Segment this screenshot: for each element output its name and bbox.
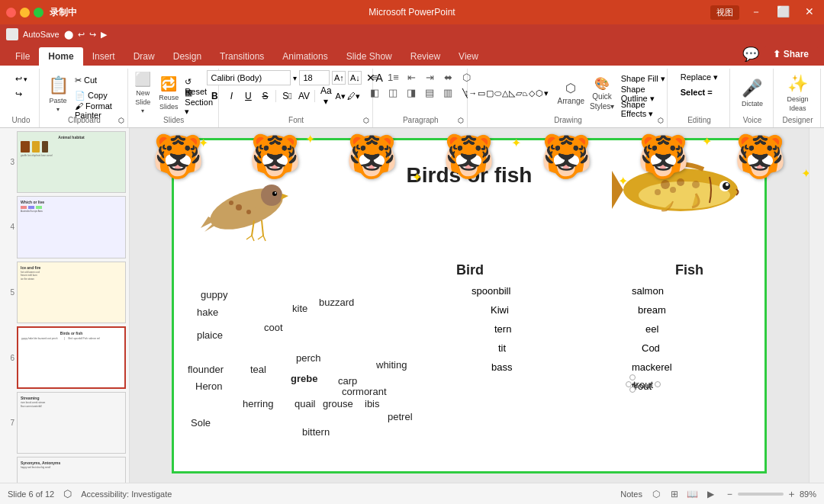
tab-transitions[interactable]: Transitions xyxy=(211,47,273,66)
align-right[interactable]: ◨ xyxy=(403,85,420,99)
tab-review[interactable]: Review xyxy=(401,47,449,66)
columns-button[interactable]: ▥ xyxy=(439,85,456,99)
presentation-view-button[interactable]: ▶ xyxy=(703,486,719,502)
tab-animations[interactable]: Animations xyxy=(273,47,336,66)
traffic-lights[interactable] xyxy=(6,8,43,18)
clipboard-expand[interactable]: ⬡ xyxy=(118,117,124,124)
redo-icon[interactable]: ↪ xyxy=(89,30,96,40)
zoom-out-button[interactable]: － xyxy=(725,487,735,501)
shape-diamond[interactable]: ◇ xyxy=(529,88,535,98)
text-shadow-button[interactable]: S⃞ xyxy=(279,88,295,104)
tab-design[interactable]: Design xyxy=(164,47,211,66)
font-size-increase[interactable]: A↑ xyxy=(332,71,346,85)
arrange-button[interactable]: ⬡ Arrange xyxy=(556,76,585,111)
win-restore[interactable]: ⬜ xyxy=(773,5,793,20)
dictate-button[interactable]: 🎤 Dictate xyxy=(739,73,766,113)
align-left[interactable]: ◧ xyxy=(366,85,383,99)
accessibility-status[interactable]: Accessibility: Investigate xyxy=(81,490,172,499)
comments-icon[interactable]: 💬 xyxy=(742,46,759,63)
slide-thumb-3[interactable]: Animal habitat giraffe lion elephant bea… xyxy=(17,131,126,193)
slide-thumb-8[interactable]: Synonyms, Antonyms happy sad fast slow b… xyxy=(17,457,126,483)
normal-view-button[interactable]: ⬡ xyxy=(649,486,664,502)
font-name-input[interactable] xyxy=(207,70,291,85)
new-slide-button[interactable]: ⬜ New Slide ▾ xyxy=(130,73,155,113)
strikethrough-button[interactable]: S xyxy=(257,88,272,104)
reading-view-button[interactable]: 📖 xyxy=(685,486,700,502)
select-button[interactable]: Select = xyxy=(678,85,720,99)
notes-button[interactable]: Notes xyxy=(620,490,642,499)
drawing-expand[interactable]: ⬡ xyxy=(658,117,664,124)
align-center[interactable]: ◫ xyxy=(385,85,401,99)
shape-tri[interactable]: △ xyxy=(502,88,508,98)
tab-file[interactable]: File xyxy=(6,47,39,66)
numbering-button[interactable]: 1≡ xyxy=(385,70,401,84)
zoom-in-button[interactable]: ＋ xyxy=(787,487,797,501)
autosave-toggle[interactable]: ⬤ xyxy=(64,30,73,40)
handle-top[interactable] xyxy=(629,374,636,380)
slide-thumb-7[interactable]: Streaming river brook creek streamflow c… xyxy=(17,392,126,454)
italic-button[interactable]: I xyxy=(224,88,239,104)
shape-para[interactable]: ▱ xyxy=(516,88,522,98)
tab-home[interactable]: Home xyxy=(39,47,82,66)
shape-rect[interactable]: ▭ xyxy=(478,88,485,98)
tab-view[interactable]: View xyxy=(449,47,488,66)
zoom-level[interactable]: 89% xyxy=(800,490,816,499)
justify[interactable]: ▤ xyxy=(421,85,438,99)
bullets-button[interactable]: ≡ xyxy=(366,70,383,84)
tab-draw[interactable]: Draw xyxy=(124,47,164,66)
quick-styles-button[interactable]: 🎨 Quick Styles▾ xyxy=(588,76,615,111)
replace-button[interactable]: Replace ▾ xyxy=(678,70,720,84)
undo-icon[interactable]: ↩ xyxy=(78,30,85,40)
handle-bottom[interactable] xyxy=(629,387,636,393)
copy-button[interactable]: 📄 Copy xyxy=(72,88,123,102)
decrease-indent[interactable]: ⇤ xyxy=(403,70,420,84)
highlight-button[interactable]: 🖊▾ xyxy=(347,91,360,101)
shape-trap[interactable]: ⏢ xyxy=(523,88,528,98)
redo-button[interactable]: ↪ xyxy=(13,88,30,101)
slide-thumb-6[interactable]: Birds or fish guppy hake kite buzzard co… xyxy=(17,326,126,389)
view-label[interactable]: 视图 xyxy=(710,5,739,20)
slide-thumb-4[interactable]: Which or live Australia Europe Asia xyxy=(17,196,126,258)
minimize-button[interactable] xyxy=(20,8,30,18)
win-close[interactable]: ✕ xyxy=(801,5,818,20)
reuse-slides-button[interactable]: 🔁 Reuse Slides xyxy=(156,73,181,113)
close-button[interactable] xyxy=(6,8,16,18)
shape-effects-button[interactable]: Shape Effects ▾ xyxy=(619,102,674,116)
handle-right[interactable] xyxy=(655,381,661,387)
shape-oval[interactable]: ⬭ xyxy=(494,88,501,98)
font-name-dropdown[interactable]: ▾ xyxy=(293,74,297,82)
win-minimize[interactable]: － xyxy=(747,5,765,20)
bold-button[interactable]: B xyxy=(207,88,222,104)
font-expand[interactable]: ⬡ xyxy=(363,117,369,124)
shape-outline-button[interactable]: Shape Outline ▾ xyxy=(619,87,674,101)
shape-fill-button[interactable]: Shape Fill ▾ xyxy=(619,72,674,85)
cut-button[interactable]: ✂ Cut xyxy=(72,73,123,87)
present-icon[interactable]: ▶ xyxy=(101,30,107,40)
designer-button[interactable]: ✨ Design Ideas xyxy=(784,73,811,113)
increase-indent[interactable]: ⇥ xyxy=(421,70,438,84)
shape-hex[interactable]: ⬡ xyxy=(536,88,543,98)
change-case-button[interactable]: Aa ▾ xyxy=(318,88,333,104)
slide-thumb-5[interactable]: Ice and fire hot cold warm coolfreeze me… xyxy=(17,262,126,323)
underline-button[interactable]: U xyxy=(240,88,256,104)
tab-insert[interactable]: Insert xyxy=(83,47,124,66)
shape-rt-tri[interactable]: ◺ xyxy=(509,88,515,98)
share-button[interactable]: ⬆ Share xyxy=(764,46,818,63)
font-size-decrease[interactable]: A↓ xyxy=(348,71,362,85)
svg-line-11 xyxy=(262,220,263,236)
shape-round-rect[interactable]: ▢ xyxy=(486,88,494,98)
undo-button[interactable]: ↩ ▾ xyxy=(13,72,30,86)
shape-line[interactable]: ╲ xyxy=(462,88,468,98)
paste-button[interactable]: 📋 Paste ▾ xyxy=(46,74,70,114)
zoom-slider[interactable] xyxy=(738,493,784,496)
text-direction-button[interactable]: ⬌ xyxy=(439,70,456,84)
shape-more[interactable]: ▾ xyxy=(544,88,549,98)
slide-canvas[interactable]: Birds or fish xyxy=(172,138,767,474)
font-size-input[interactable] xyxy=(299,70,330,85)
tab-slideshow[interactable]: Slide Show xyxy=(337,47,401,66)
slide-sorter-button[interactable]: ⊞ xyxy=(667,486,682,502)
maximize-button[interactable] xyxy=(34,8,43,18)
shape-arrow[interactable]: → xyxy=(468,88,477,98)
font-color-button[interactable]: A▾ xyxy=(335,91,345,101)
char-spacing-button[interactable]: AV xyxy=(296,88,311,104)
